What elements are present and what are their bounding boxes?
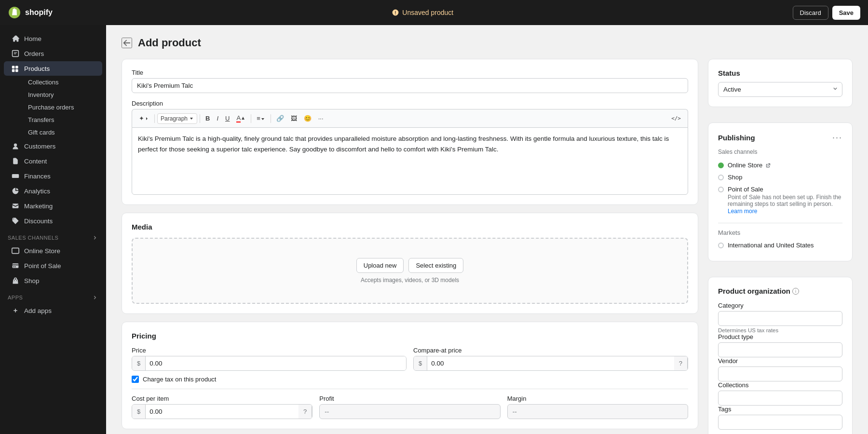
- publishing-header: Publishing ···: [718, 133, 842, 143]
- channel-list: Online Store Shop: [718, 159, 842, 217]
- price-input[interactable]: [146, 356, 406, 370]
- sidebar-item-transfers[interactable]: Transfers: [23, 114, 102, 126]
- channel-pos-note: Point of Sale has not been set up. Finis…: [728, 194, 842, 207]
- price-label: Price: [132, 347, 407, 354]
- products-submenu: Collections Inventory Purchase orders Tr…: [0, 76, 106, 138]
- image-btn[interactable]: 🖼: [288, 113, 300, 124]
- vendor-label: Vendor: [718, 357, 842, 365]
- compare-price-field: Compare-at price $ ?: [413, 347, 688, 371]
- channel-name: Online Store: [728, 162, 762, 169]
- cost-profit-grid: Cost per item $ ? Profit M: [132, 395, 688, 419]
- sidebar-item-marketing[interactable]: Marketing: [4, 199, 102, 213]
- tags-input[interactable]: [718, 415, 842, 430]
- media-buttons: Upload new Select existing: [142, 258, 678, 273]
- upload-new-button[interactable]: Upload new: [356, 258, 404, 273]
- sidebar-item-online-store[interactable]: Online Store: [4, 244, 102, 258]
- text-color-btn[interactable]: A: [233, 112, 248, 124]
- italic-btn[interactable]: I: [214, 113, 221, 124]
- title-input[interactable]: [132, 78, 688, 93]
- margin-label: Margin: [507, 395, 688, 402]
- channel-info: Shop: [728, 174, 742, 181]
- code-btn[interactable]: </>: [668, 113, 684, 123]
- description-label: Description: [132, 100, 688, 107]
- back-button[interactable]: [122, 38, 132, 48]
- description-field: Description ✦ Paragraph B I U: [132, 100, 688, 195]
- category-input[interactable]: [718, 311, 842, 326]
- toolbar-divider: [154, 114, 155, 123]
- discard-button[interactable]: Discard: [793, 6, 828, 20]
- product-type-input[interactable]: [718, 342, 842, 357]
- product-org-info-icon[interactable]: i: [792, 288, 799, 295]
- sidebar-item-customers[interactable]: Customers: [4, 139, 102, 153]
- vendor-input[interactable]: [718, 366, 842, 381]
- margin-input: [507, 404, 688, 419]
- logo-text: shopify: [25, 8, 53, 17]
- sidebar-item-analytics[interactable]: Analytics: [4, 184, 102, 198]
- cost-input[interactable]: [146, 405, 298, 419]
- sidebar-item-discounts[interactable]: Discounts: [4, 214, 102, 228]
- paragraph-btn[interactable]: Paragraph: [157, 113, 197, 124]
- sidebar-item-inventory[interactable]: Inventory: [23, 89, 102, 101]
- price-grid: Price $ Compare-at price $ ?: [132, 347, 688, 371]
- sidebar-item-gift-cards[interactable]: Gift cards: [23, 126, 102, 138]
- channel-info: Point of Sale Point of Sale has not been…: [728, 186, 842, 215]
- charge-tax-label[interactable]: Charge tax on this product: [143, 376, 216, 383]
- sidebar-item-add-apps[interactable]: Add apps: [4, 303, 102, 318]
- sidebar-item-point-of-sale[interactable]: Point of Sale: [4, 258, 102, 273]
- select-existing-button[interactable]: Select existing: [408, 258, 463, 273]
- link-btn[interactable]: 🔗: [273, 113, 287, 124]
- sidebar-item-products[interactable]: Products: [4, 61, 102, 76]
- charge-tax-checkbox[interactable]: [132, 376, 139, 383]
- sidebar-item-purchase-orders[interactable]: Purchase orders: [23, 101, 102, 113]
- tags-label: Tags: [718, 406, 842, 413]
- sidebar-item-label: Shop: [24, 277, 40, 285]
- save-button[interactable]: Save: [832, 6, 860, 20]
- status-select[interactable]: Active Draft: [718, 82, 842, 97]
- sidebar-item-content[interactable]: Content: [4, 154, 102, 168]
- svg-rect-1: [14, 54, 16, 54]
- editor-toolbar: ✦ Paragraph B I U A: [132, 109, 688, 127]
- pricing-card: Pricing Price $ Compare-at price: [122, 322, 698, 429]
- markets-value: International and United States: [728, 242, 814, 249]
- sidebar: Home Orders Products Collections Invento…: [0, 25, 106, 434]
- magic-btn[interactable]: ✦: [136, 113, 152, 124]
- compare-price-input[interactable]: [427, 356, 674, 370]
- align-btn[interactable]: ≡: [254, 113, 268, 124]
- channel-name: Point of Sale: [728, 186, 763, 193]
- toolbar-divider-4: [271, 114, 271, 123]
- cost-label: Cost per item: [132, 395, 312, 402]
- channel-status-dot: [718, 175, 724, 180]
- sidebar-item-orders[interactable]: Orders: [4, 46, 102, 61]
- sidebar-item-label: Point of Sale: [24, 262, 61, 270]
- cost-help-icon: ?: [298, 405, 312, 419]
- emoji-btn[interactable]: 😊: [301, 113, 314, 124]
- channel-item-shop: Shop: [718, 171, 842, 183]
- bold-btn[interactable]: B: [203, 113, 213, 124]
- channel-status-dot: [718, 163, 724, 168]
- learn-more-link[interactable]: Learn more: [728, 208, 757, 215]
- media-hint: Accepts images, videos, or 3D models: [142, 277, 678, 284]
- sidebar-item-home[interactable]: Home: [4, 31, 102, 46]
- top-nav: shopify Unsaved product Discard Save: [0, 0, 868, 25]
- title-description-card: Title Description ✦ Paragraph: [122, 59, 698, 205]
- channel-info: Online Store: [728, 162, 771, 169]
- page-title: Add product: [138, 37, 201, 49]
- sidebar-item-shop[interactable]: Shop: [4, 273, 102, 288]
- sidebar-item-label: Marketing: [24, 203, 53, 210]
- publishing-options-btn[interactable]: ···: [832, 133, 842, 143]
- product-organization-card: Product organization i Category Determin…: [708, 277, 853, 434]
- product-org-header: Product organization i: [718, 287, 842, 295]
- unsaved-notice: Unsaved product: [392, 9, 453, 16]
- description-editor[interactable]: Kiki's Premium Talc is a high-quality, f…: [132, 127, 688, 195]
- channel-name-row: Online Store: [728, 162, 771, 169]
- more-btn[interactable]: ···: [315, 113, 326, 124]
- sidebar-item-collections[interactable]: Collections: [23, 76, 102, 88]
- channel-item-online-store: Online Store: [718, 159, 842, 171]
- margin-field: Margin: [507, 395, 688, 419]
- collections-input[interactable]: [718, 391, 842, 406]
- sidebar-item-finances[interactable]: Finances: [4, 169, 102, 183]
- title-label: Title: [132, 69, 688, 76]
- underline-btn[interactable]: U: [222, 113, 232, 124]
- media-drop-zone[interactable]: Upload new Select existing Accepts image…: [132, 238, 688, 304]
- logo: shopify: [8, 6, 53, 19]
